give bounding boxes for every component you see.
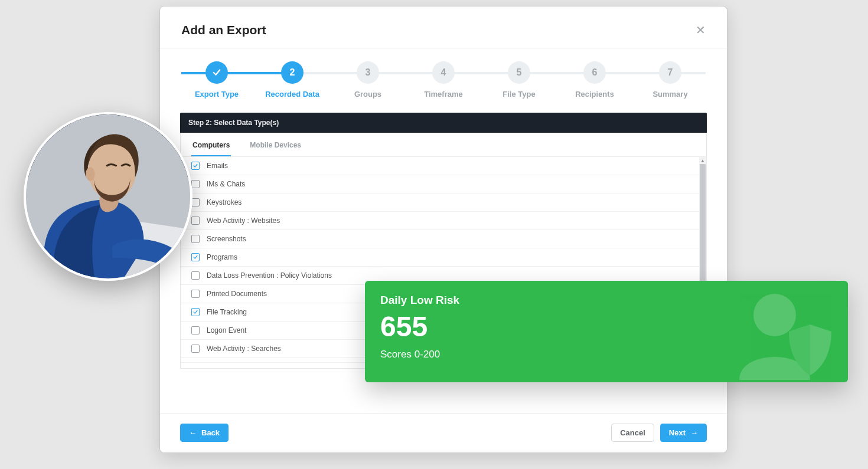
next-label: Next [669, 428, 686, 437]
footer-right-group: Cancel Next → [611, 424, 707, 442]
svg-point-3 [86, 167, 95, 181]
list-item[interactable]: Screenshots [181, 230, 706, 248]
checkbox[interactable] [191, 198, 200, 206]
step-groups[interactable]: 3 Groups [332, 61, 403, 99]
svg-point-4 [753, 294, 796, 336]
cancel-label: Cancel [620, 428, 645, 437]
step-recorded-data[interactable]: 2 Recorded Data [257, 61, 328, 99]
close-icon[interactable]: ✕ [696, 24, 706, 36]
checkbox[interactable] [191, 162, 200, 170]
list-item[interactable]: Emails [181, 157, 706, 175]
section-header: Step 2: Select Data Type(s) [180, 113, 707, 133]
step-summary[interactable]: 7 Summary [635, 61, 706, 99]
add-export-modal: Add an Export ✕ Export Type 2 Recorded D… [159, 6, 727, 453]
checkbox[interactable] [191, 180, 200, 188]
tab-computers[interactable]: Computers [191, 134, 231, 156]
checkbox[interactable] [191, 253, 200, 261]
list-item-label: Keystrokes [207, 198, 242, 206]
list-item-label: Printed Documents [207, 290, 267, 298]
list-item-label: Emails [207, 162, 228, 170]
check-icon [211, 67, 222, 78]
list-item-label: IMs & Chats [207, 180, 245, 188]
list-item[interactable]: Keystrokes [181, 193, 706, 212]
checkbox[interactable] [191, 271, 200, 280]
step-circle: 4 [432, 61, 455, 84]
avatar [24, 112, 192, 281]
checkbox[interactable] [191, 326, 200, 334]
checkbox[interactable] [191, 345, 200, 353]
step-label: Timeframe [424, 90, 463, 99]
step-label: Summary [652, 90, 687, 99]
step-label: Groups [354, 90, 381, 99]
list-item-label: Web Activity : Searches [207, 345, 281, 353]
modal-footer: ← Back Cancel Next → [160, 414, 727, 452]
step-file-type[interactable]: 5 File Type [484, 61, 554, 99]
list-item-label: Programs [207, 253, 237, 261]
step-circle: 5 [508, 61, 530, 84]
list-item-label: File Tracking [207, 308, 247, 316]
scroll-up-icon[interactable]: ▲ [699, 157, 706, 164]
modal-header: Add an Export ✕ [160, 23, 727, 48]
step-export-type[interactable]: Export Type [181, 61, 252, 99]
arrow-left-icon: ← [189, 428, 197, 437]
list-item-label: Screenshots [207, 235, 246, 243]
user-shield-icon [722, 286, 840, 380]
back-label: Back [201, 428, 220, 437]
step-label: Export Type [195, 90, 239, 99]
list-item-label: Web Activity : Websites [207, 217, 280, 225]
device-tabs: Computers Mobile Devices [181, 133, 706, 157]
list-item[interactable]: Web Activity : Websites [181, 212, 706, 230]
step-circle [205, 61, 228, 84]
scrollbar-thumb[interactable] [700, 164, 706, 294]
daily-low-risk-card: Daily Low Risk 655 Scores 0-200 [365, 281, 848, 382]
step-label: Recipients [575, 90, 614, 99]
back-button[interactable]: ← Back [180, 424, 229, 442]
checkbox[interactable] [191, 235, 200, 243]
arrow-right-icon: → [690, 428, 698, 437]
step-timeframe[interactable]: 4 Timeframe [408, 61, 479, 99]
step-circle: 2 [281, 61, 304, 84]
wizard-stepper: Export Type 2 Recorded Data 3 Groups 4 T… [160, 48, 727, 104]
step-circle: 3 [357, 61, 379, 84]
step-label: File Type [502, 90, 535, 99]
next-button[interactable]: Next → [660, 424, 707, 442]
list-item-label: Logon Event [207, 326, 246, 334]
avatar-image [26, 114, 190, 278]
list-item-label: Data Loss Prevention : Policy Violations [207, 271, 332, 280]
step-circle: 6 [583, 61, 606, 84]
cancel-button[interactable]: Cancel [611, 424, 654, 442]
step-circle: 7 [659, 61, 681, 84]
step-recipients[interactable]: 6 Recipients [559, 61, 630, 99]
list-item[interactable]: IMs & Chats [181, 175, 706, 193]
step-label: Recorded Data [265, 90, 319, 99]
checkbox[interactable] [191, 290, 200, 298]
checkbox[interactable] [191, 308, 200, 316]
tab-mobile-devices[interactable]: Mobile Devices [249, 134, 302, 156]
checkbox[interactable] [191, 217, 200, 225]
list-item[interactable]: Programs [181, 248, 706, 267]
modal-title: Add an Export [181, 23, 266, 37]
